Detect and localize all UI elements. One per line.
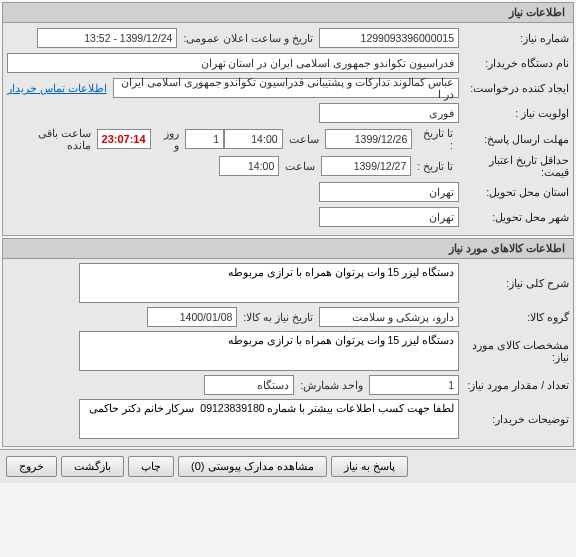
validity-date-field: 1399/12/27	[321, 156, 411, 176]
qty-label: تعداد / مقدار مورد نیاز:	[459, 379, 569, 391]
notes-field	[79, 399, 459, 439]
deadline-date-field: 1399/12/26	[325, 129, 413, 149]
panel2-title: اطلاعات کالاهای مورد نیاز	[3, 239, 573, 259]
to-date-label: تا تاریخ :	[412, 127, 459, 151]
back-button[interactable]: بازگشت	[61, 456, 124, 477]
spec-label: مشخصات کالای مورد نیاز:	[459, 339, 569, 363]
remaining-label: ساعت باقی مانده	[7, 127, 97, 151]
button-bar: پاسخ به نیاز مشاهده مدارک پیوستی (0) چاپ…	[0, 449, 576, 483]
group-field: دارو، پزشکی و سلامت	[319, 307, 459, 327]
spec-field	[79, 331, 459, 371]
contact-link[interactable]: اطلاعات تماس خریدار	[7, 82, 107, 94]
delivery-province-field: تهران	[319, 182, 459, 202]
qty-field: 1	[369, 375, 459, 395]
to-date-label-2: تا تاریخ :	[411, 160, 459, 172]
creator-field: عباس کمالوند تدارکات و پشتیبانی فدراسیون…	[113, 78, 459, 98]
respond-button[interactable]: پاسخ به نیاز	[331, 456, 408, 477]
deadline-time-field: 14:00	[224, 129, 283, 149]
hour-label-2: ساعت	[279, 160, 321, 172]
request-no-label: شماره نیاز:	[459, 32, 569, 44]
group-label: گروه کالا:	[459, 311, 569, 323]
hour-label-1: ساعت	[283, 133, 325, 145]
delivery-city-field: تهران	[319, 207, 459, 227]
request-no-field: 1299093396000015	[319, 28, 459, 48]
goods-info-panel: اطلاعات کالاهای مورد نیاز شرح کلی نیاز: …	[2, 238, 574, 447]
announce-label: تاریخ و ساعت اعلان عمومی:	[177, 32, 319, 44]
delivery-city-label: شهر محل تحویل:	[459, 211, 569, 223]
unit-field: دستگاه	[204, 375, 294, 395]
unit-label: واحد شمارش:	[294, 379, 369, 391]
notes-label: توضیحات خریدار:	[459, 413, 569, 425]
announce-field: 1399/12/24 - 13:52	[37, 28, 177, 48]
desc-label: شرح کلی نیاز:	[459, 277, 569, 289]
print-button[interactable]: چاپ	[128, 456, 174, 477]
day-label: روز و	[151, 127, 185, 151]
need-date-label: تاریخ نیاز به کالا:	[237, 311, 319, 323]
countdown-field: 23:07:14	[97, 129, 151, 149]
priority-label: اولویت نیاز :	[459, 107, 569, 119]
exit-button[interactable]: خروج	[6, 456, 57, 477]
need-info-panel: اطلاعات نیاز شماره نیاز: 129909339600001…	[2, 2, 574, 236]
validity-label: حداقل تاریخ اعتبار قیمت:	[459, 154, 569, 178]
delivery-province-label: استان محل تحویل:	[459, 186, 569, 198]
validity-time-field: 14:00	[219, 156, 279, 176]
buyer-org-label: نام دستگاه خریدار:	[459, 57, 569, 69]
desc-field	[79, 263, 459, 303]
buyer-org-field: فدراسیون تکواندو جمهوری اسلامی ایران در …	[7, 53, 459, 73]
deadline-label: مهلت ارسال پاسخ:	[459, 133, 569, 145]
need-date-field: 1400/01/08	[147, 307, 237, 327]
priority-field: فوری	[319, 103, 459, 123]
day-count-field: 1	[185, 129, 224, 149]
creator-label: ایجاد کننده درخواست:	[459, 82, 569, 94]
attachments-button[interactable]: مشاهده مدارک پیوستی (0)	[178, 456, 327, 477]
panel1-title: اطلاعات نیاز	[3, 3, 573, 23]
